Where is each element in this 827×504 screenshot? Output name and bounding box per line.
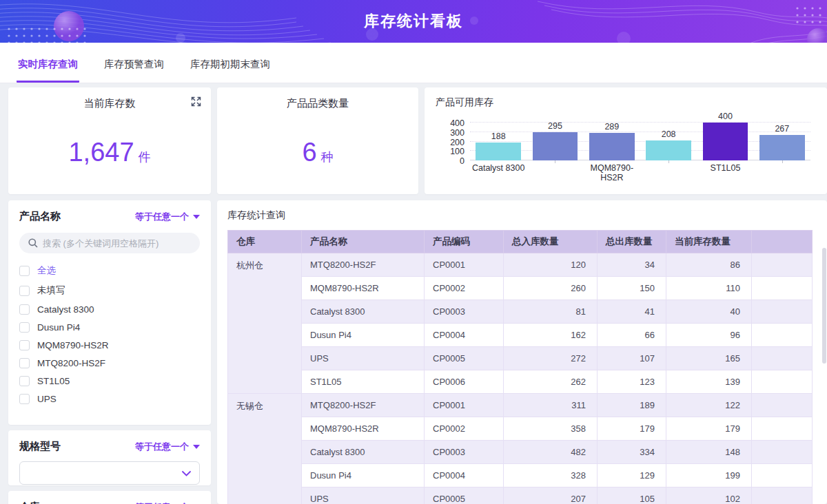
table-cell-empty [752, 324, 813, 347]
table-row[interactable]: UPSCP0005207105102 [228, 487, 813, 504]
column-header: 仓库 [228, 231, 302, 253]
table-cell: 105 [598, 487, 666, 504]
table-cell: MQM8790-HS2R [302, 277, 425, 300]
checkbox[interactable] [19, 322, 30, 333]
bar-value-label: 400 [697, 112, 753, 121]
table-cell: Dusun Pi4 [302, 324, 425, 347]
inventory-table: 仓库产品名称产品编码总入库数量总出库数量当前库存数量 杭州仓MTQ8200-HS… [227, 230, 813, 504]
spec-model-select[interactable] [19, 461, 200, 485]
table-cell: CP0005 [425, 487, 504, 504]
checkbox-label: ST1L05 [37, 376, 70, 386]
table-row[interactable]: MQM8790-HS2RCP0002358179179 [228, 417, 813, 441]
bar-slot: 188 [470, 123, 527, 160]
bar-Dusun Pi4[interactable] [533, 132, 578, 160]
chart-title: 产品可用库存 [436, 96, 815, 109]
bar-value-label: 188 [470, 132, 527, 141]
table-row[interactable]: ST1L05CP0006262123139 [228, 370, 813, 394]
column-header: 当前库存数量 [666, 231, 752, 253]
filter-warehouse: 仓库 等于任意一个 [8, 491, 211, 504]
table-row[interactable]: Dusun Pi4CP00041626696 [228, 324, 813, 347]
bar-UPS[interactable] [759, 135, 805, 160]
table-cell-empty [752, 300, 813, 324]
checkbox-label: 未填写 [37, 284, 65, 297]
checkbox-label: Dusun Pi4 [37, 322, 80, 333]
table-row[interactable]: MQM8790-HS2RCP0002260150110 [228, 277, 813, 300]
checkbox-label: MQM8790-HS2R [37, 340, 109, 350]
filter-operator-dropdown[interactable]: 等于任意一个 [135, 211, 200, 223]
checkbox-option[interactable]: 全选 [19, 264, 200, 277]
table-cell: 162 [504, 324, 598, 347]
table-cell-empty [752, 394, 813, 417]
checkbox-label: MTQ8200-HS2F [37, 358, 105, 368]
table-cell: CP0005 [425, 347, 504, 370]
card-current-stock: 当前库存数 1,647件 [8, 87, 211, 194]
checkbox[interactable] [19, 340, 30, 350]
expand-icon[interactable] [191, 96, 201, 107]
checkbox[interactable] [19, 358, 30, 368]
table-cell: 207 [504, 487, 598, 504]
bar-Catalyst 8300[interactable] [476, 143, 521, 160]
checkbox-option[interactable]: Dusun Pi4 [19, 322, 200, 333]
checkbox[interactable] [19, 286, 30, 296]
table-cell: 40 [666, 300, 752, 324]
checkbox-option[interactable]: Catalyst 8300 [19, 304, 200, 315]
checkbox[interactable] [19, 266, 30, 276]
card-available-stock-chart: 产品可用库存 0100200300400188295289208400267 C… [425, 87, 827, 194]
table-row[interactable]: UPSCP0005272107165 [228, 347, 813, 370]
checkbox-option[interactable]: MQM8790-HS2R [19, 340, 200, 350]
tab-2[interactable]: 库存预警查询 [103, 58, 165, 83]
table-row[interactable]: Dusun Pi4CP0004328129199 [228, 464, 813, 487]
table-cell: 120 [504, 253, 598, 277]
table-row[interactable]: 杭州仓MTQ8200-HS2FCP00011203486 [228, 253, 813, 277]
table-cell: 139 [666, 370, 752, 394]
table-cell: 328 [504, 464, 598, 487]
filter-operator-dropdown[interactable]: 等于任意一个 [135, 441, 200, 453]
table-cell: Dusun Pi4 [302, 464, 425, 487]
table-cell: 41 [598, 300, 666, 324]
table-cell: 102 [666, 487, 752, 504]
checkbox[interactable] [19, 304, 30, 315]
table-cell: 81 [504, 300, 598, 324]
bar-value-label: 267 [754, 124, 810, 134]
table-cell: 122 [666, 394, 752, 417]
table-cell: CP0006 [425, 370, 504, 394]
bar-MQM8790-HS2R[interactable] [589, 133, 635, 160]
table-cell: CP0002 [425, 277, 504, 300]
bar-ST1L05[interactable] [703, 123, 748, 160]
table-row[interactable]: 无锡仓MTQ8200-HS2FCP0001311189122 [228, 394, 813, 417]
category-count-unit: 种 [321, 150, 334, 164]
checkbox-option[interactable]: ST1L05 [19, 376, 200, 386]
table-cell: 148 [666, 441, 752, 464]
y-tick-label: 400 [440, 118, 464, 128]
table-cell: 107 [598, 347, 666, 370]
bar-slot: 208 [640, 123, 697, 160]
checkbox[interactable] [19, 394, 30, 404]
table-row[interactable]: Catalyst 8300CP0003814140 [228, 300, 813, 324]
bar-value-label: 208 [640, 129, 697, 139]
checkbox[interactable] [19, 376, 30, 386]
table-row[interactable]: Catalyst 8300CP0003482334148 [228, 441, 813, 464]
page-scrollbar[interactable] [822, 204, 826, 500]
table-cell: 311 [504, 394, 598, 417]
current-stock-value: 1,647 [68, 138, 134, 167]
checkbox-label: Catalyst 8300 [37, 304, 94, 315]
tab-1[interactable]: 实时库存查询 [17, 58, 79, 83]
inventory-table-panel: 库存统计查询 仓库产品名称产品编码总入库数量总出库数量当前库存数量 杭州仓MTQ… [217, 200, 827, 504]
table-cell: 334 [598, 441, 666, 464]
table-cell: 482 [504, 441, 598, 464]
table-cell-empty [752, 441, 813, 464]
y-tick-label: 200 [440, 138, 464, 147]
scrollbar-thumb[interactable] [822, 248, 826, 364]
bar-MTQ8200-HS2F[interactable] [646, 140, 691, 160]
column-header: 产品编码 [425, 231, 504, 253]
table-title: 库存统计查询 [227, 209, 816, 222]
checkbox-option[interactable]: UPS [19, 394, 200, 404]
table-cell: CP0004 [425, 464, 504, 487]
table-cell: 179 [598, 417, 666, 441]
tab-3[interactable]: 库存期初期末查询 [189, 58, 272, 83]
filter-operator-dropdown[interactable]: 等于任意一个 [135, 501, 200, 504]
column-header [752, 231, 813, 253]
checkbox-option[interactable]: 未填写 [19, 284, 200, 297]
search-input[interactable] [19, 233, 200, 253]
checkbox-option[interactable]: MTQ8200-HS2F [19, 358, 200, 368]
